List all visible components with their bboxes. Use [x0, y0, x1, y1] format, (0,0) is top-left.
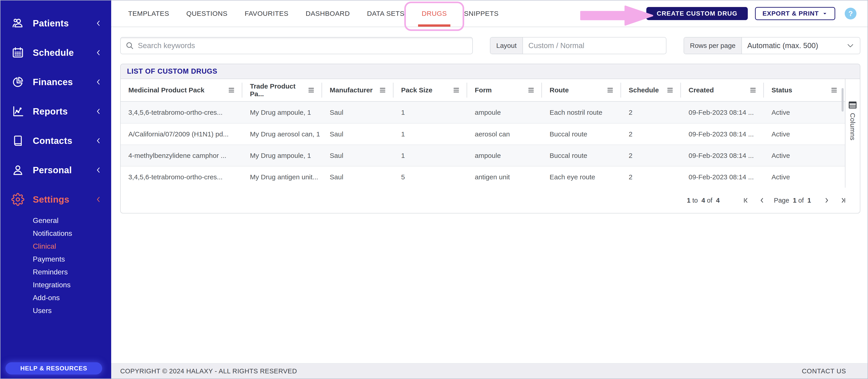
sidebar-nav: Patients Schedule Finances [0, 0, 111, 317]
export-print-button[interactable]: EXPORT & PRINT [755, 7, 835, 20]
tab-questions[interactable]: QUESTIONS [186, 0, 227, 27]
tab-dashboard[interactable]: DASHBOARD [306, 0, 350, 27]
column-menu-icon[interactable] [607, 87, 613, 93]
column-menu-icon[interactable] [379, 87, 386, 93]
column-header-route[interactable]: Route [542, 79, 621, 101]
column-menu-icon[interactable] [831, 87, 837, 93]
column-header-schedule[interactable]: Schedule [621, 79, 681, 101]
pagination-page-indicator: Page 1 of 1 [774, 197, 811, 204]
rows-per-page-value: Automatic (max. 500) [742, 37, 860, 54]
column-menu-icon[interactable] [308, 87, 314, 93]
search-box [120, 37, 473, 54]
last-page-button[interactable] [840, 197, 847, 204]
sidebar-item-personal[interactable]: Personal [0, 155, 111, 185]
sidebar-item-label: Reports [33, 106, 68, 117]
help-icon[interactable]: ? [845, 8, 857, 20]
column-menu-icon[interactable] [453, 87, 459, 93]
tab-drugs[interactable]: DRUGS [422, 0, 447, 27]
search-input[interactable] [138, 41, 468, 50]
sidebar-item-schedule[interactable]: Schedule [0, 38, 111, 67]
caret-down-icon [822, 11, 828, 17]
column-header-label: Created [688, 86, 714, 94]
settings-subitem-notifications[interactable]: Notifications [0, 227, 111, 240]
column-menu-icon[interactable] [228, 87, 235, 93]
tab-snippets[interactable]: SNIPPETS [464, 0, 498, 27]
settings-subitem-users[interactable]: Users [0, 304, 111, 317]
table-cell: antigen unit [467, 166, 542, 187]
topbar: TEMPLATES QUESTIONS FAVOURITES DASHBOARD… [111, 0, 868, 27]
settings-subitem-payments[interactable]: Payments [0, 253, 111, 265]
table-cell: My Drug ampoule, 1 [242, 145, 322, 166]
previous-page-icon [758, 197, 766, 204]
copyright-text: COPYRIGHT © 2024 HALAXY - ALL RIGHTS RES… [120, 368, 297, 375]
tab-favourites[interactable]: FAVOURITES [245, 0, 288, 27]
table-row[interactable]: A/California/07/2009 (H1N1) pd... My Dru… [121, 123, 845, 145]
table-cell: 1 [394, 145, 467, 166]
previous-page-button[interactable] [758, 197, 766, 204]
column-header-label: Route [550, 86, 569, 94]
table-cell: ampoule [467, 145, 542, 166]
scrollbar-thumb[interactable] [842, 88, 844, 112]
table-cell: Saul [322, 102, 394, 123]
settings-subitem-general[interactable]: General [0, 214, 111, 227]
first-page-button[interactable] [742, 197, 749, 204]
column-header-trade-product-pack[interactable]: Trade Product Pa... [242, 79, 322, 101]
card-body: Medicinal Product Pack Trade Product Pa.… [121, 79, 860, 188]
sidebar-item-label: Finances [33, 77, 73, 87]
pagination-summary: 1 to 4 of 4 [687, 197, 720, 204]
columns-panel-tab[interactable]: Columns [845, 79, 860, 188]
column-menu-icon[interactable] [667, 87, 673, 93]
chevron-left-icon [94, 48, 102, 57]
next-page-button[interactable] [823, 197, 830, 204]
column-header-status[interactable]: Status [764, 79, 845, 101]
settings-subitem-reminders[interactable]: Reminders [0, 265, 111, 279]
column-header-label: Status [772, 86, 792, 94]
pagination-bar: 1 to 4 of 4 Page 1 of 1 [121, 188, 860, 213]
tab-templates[interactable]: TEMPLATES [128, 0, 169, 27]
card-title: LIST OF CUSTOM DRUGS [127, 67, 217, 75]
line-chart-icon [11, 105, 24, 118]
column-header-created[interactable]: Created [681, 79, 764, 101]
table-cell: Saul [322, 166, 394, 187]
column-header-manufacturer[interactable]: Manufacturer [322, 79, 394, 101]
table-cell: 2 [621, 124, 681, 145]
column-header-label: Medicinal Product Pack [128, 86, 205, 94]
annotation-arrow [580, 5, 654, 26]
page-word: Page [774, 197, 789, 204]
table-row[interactable]: 3,4,5,6-tetrabromo-ortho-cres... My Drug… [121, 102, 845, 123]
rows-per-page-select[interactable]: Rows per page Automatic (max. 500) [684, 37, 860, 54]
create-custom-drug-button[interactable]: CREATE CUSTOM DRUG [646, 7, 748, 20]
pagination-total: 4 [716, 197, 719, 204]
table-cell: 09-Feb-2023 08:14 ... [681, 166, 764, 187]
table-cell: Saul [322, 124, 394, 145]
table-row[interactable]: 4-methylbenzylidene camphor ... My Drug … [121, 145, 845, 166]
column-header-form[interactable]: Form [467, 79, 542, 101]
settings-subitem-clinical[interactable]: Clinical [0, 240, 111, 253]
column-menu-icon[interactable] [750, 87, 756, 93]
contact-us-link[interactable]: CONTACT US [802, 368, 846, 375]
layout-label: Layout [490, 37, 523, 54]
table-cell: 09-Feb-2023 08:14 ... [681, 145, 764, 166]
pagination-to-word: to [692, 197, 698, 204]
sidebar-item-contacts[interactable]: Contacts [0, 126, 111, 155]
sidebar-item-settings[interactable]: Settings [0, 185, 111, 214]
tab-data-sets[interactable]: DATA SETS [367, 0, 404, 27]
table-row[interactable]: 3,4,5,6-tetrabromo-ortho-cres... My Drug… [121, 166, 845, 187]
sidebar-item-finances[interactable]: Finances [0, 67, 111, 97]
table-cell: Active [764, 124, 845, 145]
table-cell: 2 [621, 102, 681, 123]
sidebar-item-reports[interactable]: Reports [0, 97, 111, 126]
column-menu-icon[interactable] [528, 87, 534, 93]
table-cell: Active [764, 145, 845, 166]
settings-subitem-integrations[interactable]: Integrations [0, 279, 111, 291]
tab-drugs-label: DRUGS [422, 10, 447, 18]
table-cell: ampoule [467, 102, 542, 123]
sidebar-item-patients[interactable]: Patients [0, 8, 111, 38]
layout-value[interactable]: Custom / Normal [523, 37, 666, 54]
table-cell: A/California/07/2009 (H1N1) pd... [121, 124, 242, 145]
column-header-medicinal-product-pack[interactable]: Medicinal Product Pack [121, 79, 242, 101]
settings-subitem-add-ons[interactable]: Add-ons [0, 291, 111, 304]
column-header-pack-size[interactable]: Pack Size [394, 79, 467, 101]
help-resources-button[interactable]: HELP & RESOURCES [5, 362, 102, 375]
column-header-label: Manufacturer [330, 86, 373, 94]
